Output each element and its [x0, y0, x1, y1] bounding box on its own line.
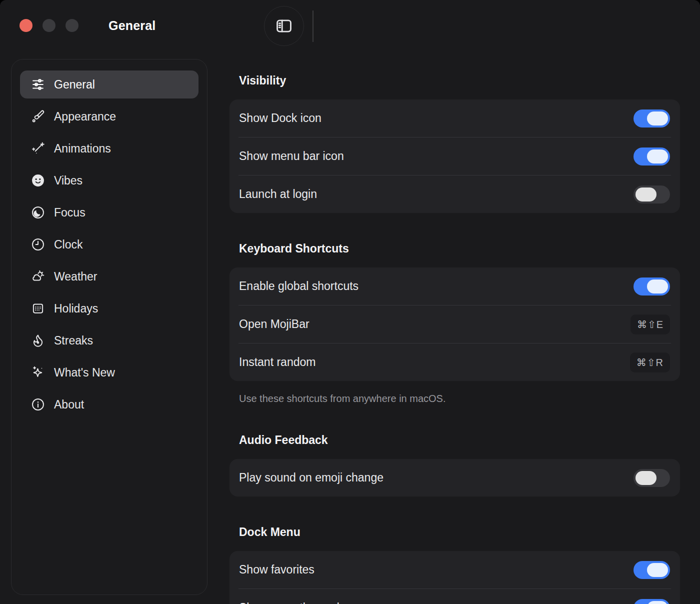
toggle-show-recently-used[interactable] [634, 599, 670, 604]
shortcut-badge-instant-random[interactable]: ⌘⇧R [630, 352, 670, 372]
toggle-sidebar-button[interactable] [264, 6, 304, 46]
settings-row-instant-random: Instant random⌘⇧R [230, 344, 680, 381]
calendar-icon [31, 302, 45, 316]
sidebar-item-weather[interactable]: Weather [20, 262, 198, 290]
sidebar-item-appearance[interactable]: Appearance [20, 102, 198, 130]
toggle-knob [647, 280, 668, 294]
sidebar-item-label: Appearance [54, 110, 116, 124]
section-title: Keyboard Shortcuts [239, 242, 680, 256]
setting-label: Open MojiBar [239, 318, 310, 331]
sidebar-item-label: Streaks [54, 334, 93, 348]
setting-label: Launch at login [239, 188, 317, 201]
sidebar-item-label: Holidays [54, 302, 98, 316]
moon-icon [31, 206, 45, 220]
sidebar-item-label: Weather [54, 270, 98, 284]
toggle-knob [647, 112, 668, 126]
toggle-knob [647, 150, 668, 164]
clock-icon [31, 238, 45, 252]
sidebar-item-animations[interactable]: Animations [20, 134, 198, 162]
info-icon [31, 398, 45, 412]
toggle-show-favorites[interactable] [634, 561, 670, 579]
sidebar-item-streaks[interactable]: Streaks [20, 326, 198, 354]
flame-icon [31, 334, 45, 348]
setting-label: Enable global shortcuts [239, 280, 358, 293]
setting-label: Show favorites [239, 563, 314, 576]
section-keyboard-shortcuts: Keyboard ShortcutsEnable global shortcut… [230, 242, 680, 404]
sidebar-item-about[interactable]: About [20, 390, 198, 418]
toggle-knob [647, 563, 668, 577]
settings-row-play-sound-on-emoji-change: Play sound on emoji change [230, 459, 680, 496]
traffic-lights [20, 19, 78, 32]
toggle-knob [636, 188, 656, 202]
settings-card: Play sound on emoji change [230, 459, 680, 496]
sidebar-item-general[interactable]: General [20, 70, 198, 98]
section-title: Visibility [239, 74, 680, 88]
sidebar-item-label: Vibes [54, 174, 82, 188]
settings-row-show-menu-bar-icon: Show menu bar icon [230, 138, 680, 175]
section-audio-feedback: Audio FeedbackPlay sound on emoji change [230, 434, 680, 496]
sidebar-item-label: Focus [54, 206, 86, 220]
toggle-play-sound-on-emoji-change[interactable] [634, 469, 670, 487]
settings-row-enable-global-shortcuts: Enable global shortcuts [230, 268, 680, 305]
sidebar: GeneralAppearanceAnimationsVibesFocusClo… [11, 59, 208, 595]
sidebar-item-clock[interactable]: Clock [20, 230, 198, 258]
window-title: General [108, 18, 156, 33]
weather-icon [31, 270, 45, 284]
sidebar-item-what-s-new[interactable]: What's New [20, 358, 198, 386]
settings-row-open-mojibar: Open MojiBar⌘⇧E [230, 306, 680, 343]
settings-card: Show Dock iconShow menu bar iconLaunch a… [230, 100, 680, 213]
section-dock-menu: Dock MenuShow favoritesShow recently use… [230, 526, 680, 604]
settings-row-launch-at-login: Launch at login [230, 176, 680, 213]
minimize-button[interactable] [42, 19, 56, 32]
setting-label: Instant random [239, 356, 316, 369]
sidebar-item-label: About [54, 398, 84, 412]
sidebar-item-label: Clock [54, 238, 83, 252]
setting-label: Show Dock icon [239, 112, 322, 125]
settings-content: VisibilityShow Dock iconShow menu bar ic… [230, 52, 680, 604]
shortcut-badge-open-mojibar[interactable]: ⌘⇧E [630, 314, 670, 334]
setting-label: Play sound on emoji change [239, 471, 384, 484]
zoom-button[interactable] [66, 19, 78, 32]
toggle-knob [636, 471, 656, 485]
toggle-show-dock-icon[interactable] [634, 110, 670, 128]
sidebar-nav: GeneralAppearanceAnimationsVibesFocusClo… [20, 70, 198, 418]
sidebar-item-label: General [54, 78, 95, 92]
paintbrush-icon [31, 110, 45, 124]
toggle-show-menu-bar-icon[interactable] [634, 148, 670, 166]
section-footnote: Use these shortcuts from anywhere in mac… [239, 393, 680, 404]
sidebar-toggle-icon [274, 16, 294, 36]
settings-window: General GeneralAppearanceAnimationsVibes… [0, 0, 700, 604]
settings-row-show-dock-icon: Show Dock icon [230, 100, 680, 137]
sparkles-icon [31, 366, 45, 380]
settings-row-show-favorites: Show favorites [230, 551, 680, 588]
sidebar-item-label: What's New [54, 366, 115, 380]
sidebar-item-label: Animations [54, 142, 111, 156]
sidebar-item-vibes[interactable]: Vibes [20, 166, 198, 194]
toolbar-divider [312, 10, 314, 42]
toggle-enable-global-shortcuts[interactable] [634, 278, 670, 296]
toggle-launch-at-login[interactable] [634, 186, 670, 204]
section-title: Audio Feedback [239, 434, 680, 447]
settings-row-show-recently-used: Show recently used [230, 589, 680, 604]
close-button[interactable] [20, 19, 32, 32]
sidebar-item-holidays[interactable]: Holidays [20, 294, 198, 322]
sidebar-item-focus[interactable]: Focus [20, 198, 198, 226]
section-title: Dock Menu [239, 526, 680, 539]
section-visibility: VisibilityShow Dock iconShow menu bar ic… [230, 74, 680, 213]
settings-card: Enable global shortcutsOpen MojiBar⌘⇧EIn… [230, 268, 680, 381]
titlebar: General [0, 0, 700, 52]
setting-label: Show menu bar icon [239, 150, 344, 163]
setting-label: Show recently used [239, 601, 340, 604]
sliders-icon [31, 78, 45, 92]
smiley-icon [31, 174, 45, 188]
wand-icon [31, 142, 45, 156]
toggle-knob [647, 601, 668, 604]
settings-card: Show favoritesShow recently used [230, 551, 680, 604]
